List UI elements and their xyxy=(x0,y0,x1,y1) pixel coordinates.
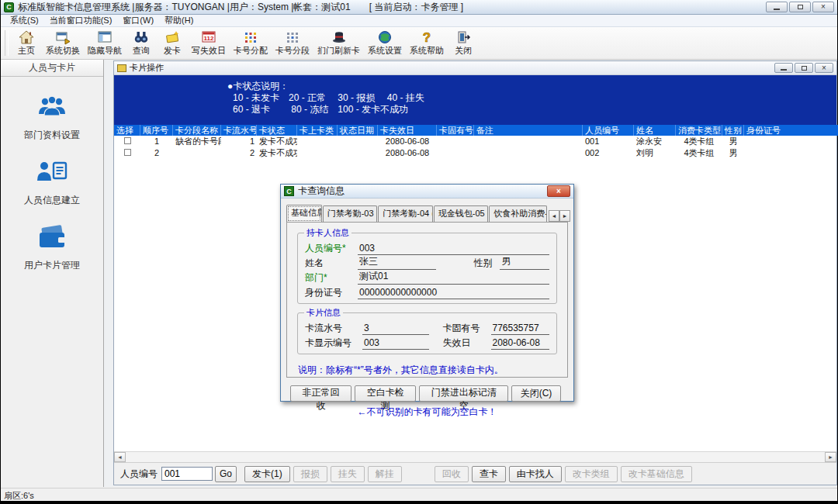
display-no-field-value[interactable]: 003 xyxy=(362,337,429,350)
child-minimize-button[interactable] xyxy=(774,63,793,73)
toolbar-button-1[interactable]: 系统切换 xyxy=(42,27,84,59)
scroll-left-icon[interactable]: ◄ xyxy=(114,452,126,462)
innate-field-value[interactable]: 776535757 xyxy=(491,323,550,335)
column-header-4[interactable]: 卡状态 xyxy=(257,125,297,136)
id-number-field-value[interactable]: 000000000000000 xyxy=(358,287,549,299)
dialog-tab-3[interactable]: 现金钱包-05 (5) xyxy=(434,205,489,222)
table-cell[interactable] xyxy=(114,136,140,147)
toolbar-button-3[interactable]: 查询 xyxy=(126,27,157,59)
dialog-button-2[interactable]: 门禁进出标记清空 xyxy=(419,385,508,402)
display-no-field-label: 卡显示编号 xyxy=(305,337,362,350)
toolbar-button-9[interactable]: 系统设置 xyxy=(364,27,406,59)
serial-field-value[interactable]: 3 xyxy=(362,323,429,335)
table-cell xyxy=(474,136,583,147)
sidebar: 人员与卡片 部门资料设置人员信息建立用户卡片管理 xyxy=(1,60,104,487)
menu-item-1[interactable]: 当前窗口功能(S) xyxy=(44,15,118,26)
personnel-icon xyxy=(1,159,103,189)
toolbar-button-5[interactable]: 112写失效日 xyxy=(188,27,230,59)
action-button-0[interactable]: 发卡(1) xyxy=(244,466,290,482)
main-titlebar: C 标准版智能卡信息管理系统 |服务器：TUYONGAN |用户：System … xyxy=(1,0,837,15)
menu-item-0[interactable]: 系统(S) xyxy=(5,15,44,26)
row-checkbox[interactable] xyxy=(124,149,131,156)
sidebar-item-0[interactable]: 部门资料设置 xyxy=(1,94,103,142)
person-id-field-value[interactable]: 003 xyxy=(358,243,549,255)
card-segment-icon xyxy=(284,29,301,45)
menu-item-3[interactable]: 帮助(H) xyxy=(159,15,199,26)
menu-item-2[interactable]: 窗口(W) xyxy=(117,15,159,26)
toolbar-button-10[interactable]: ?系统帮助 xyxy=(406,27,448,59)
action-button-5[interactable]: 查卡 xyxy=(472,466,506,482)
table-cell: 2080-06-08 xyxy=(378,147,437,159)
toolbar-button-label: 扪门刷新卡 xyxy=(317,45,360,57)
table-cell: 002 xyxy=(583,147,634,159)
table-cell[interactable] xyxy=(114,147,140,159)
toolbar-button-6[interactable]: 卡号分配 xyxy=(230,27,272,59)
child-restore-button[interactable] xyxy=(795,63,813,73)
column-header-8[interactable]: 卡固有号 xyxy=(437,125,474,136)
sidebar-item-1[interactable]: 人员信息建立 xyxy=(1,159,103,207)
gender-field-value[interactable]: 男 xyxy=(500,255,549,270)
column-header-2[interactable]: 卡分段名称 xyxy=(173,125,221,136)
minimize-button[interactable] xyxy=(766,2,788,12)
column-header-10[interactable]: 人员编号 xyxy=(583,125,634,136)
home-icon xyxy=(18,29,35,45)
dialog-button-1[interactable]: 空白卡检测 xyxy=(355,385,416,402)
toolbar-button-8[interactable]: 扪门刷新卡 xyxy=(313,27,364,59)
sidebar-item-2[interactable]: 用户卡片管理 xyxy=(1,224,103,272)
column-header-12[interactable]: 消费卡类型 xyxy=(676,125,722,136)
column-header-14[interactable]: 身份证号 xyxy=(744,125,838,136)
toolbar-button-7[interactable]: 卡号分段 xyxy=(272,27,313,59)
id-number-field-label: 身份证号 xyxy=(305,286,358,299)
dialog-tab-4[interactable]: 饮食补助消费-06 xyxy=(489,205,547,222)
toolbar-button-2[interactable]: 隐藏导航 xyxy=(84,27,126,59)
dept-field-value[interactable]: 测试01 xyxy=(358,270,549,285)
row-checkbox[interactable] xyxy=(124,137,131,144)
action-button-6[interactable]: 由卡找人 xyxy=(509,466,562,482)
child-close-button[interactable]: × xyxy=(815,63,833,73)
toolbar-button-4[interactable]: 发卡 xyxy=(157,27,188,59)
tab-scroll-right-icon[interactable]: ► xyxy=(559,210,570,222)
column-header-0[interactable]: 选择 xyxy=(114,125,140,136)
scroll-right-icon[interactable]: ► xyxy=(825,452,836,462)
person-id-field-label: 人员编号* xyxy=(305,242,358,255)
column-header-3[interactable]: 卡流水号 xyxy=(221,125,257,136)
column-header-6[interactable]: 状态日期 xyxy=(338,125,378,136)
table-row[interactable]: 1缺省的卡号段(E1发卡不成功2080-06-08001涂永安4类卡组男 xyxy=(114,136,838,147)
dialog-button-0[interactable]: 非正常回收 xyxy=(290,385,351,402)
expiry-field-value[interactable]: 2080-06-08 xyxy=(491,337,550,350)
table-cell: 4类卡组 xyxy=(676,136,722,147)
table-cell xyxy=(474,147,583,159)
dialog-tab-1[interactable]: 门禁考勤-03 (3) xyxy=(323,205,378,222)
app-icon: C xyxy=(4,2,14,12)
name-field-value[interactable]: 张三 xyxy=(358,255,436,270)
legend-line2: 60 - 退卡 80 - 冻结 100 - 发卡不成功 xyxy=(227,104,836,116)
column-header-7[interactable]: 卡失效日 xyxy=(378,125,437,136)
dialog-close-icon[interactable]: × xyxy=(547,185,570,197)
card-info-group: 卡片信息 卡流水号 3 卡固有号 776535757 卡显示编号 003 失效日… xyxy=(297,312,557,354)
search-icon xyxy=(133,29,150,45)
person-id-input[interactable] xyxy=(161,467,213,481)
dialog-tab-0[interactable]: 基础信息 xyxy=(286,205,322,223)
dialog-close-button[interactable]: 关闭(C) xyxy=(511,385,561,402)
column-header-11[interactable]: 姓名 xyxy=(634,125,676,136)
column-header-1[interactable]: 顺序号 xyxy=(140,125,173,136)
column-header-9[interactable]: 备注 xyxy=(474,125,583,136)
dialog-note: 说明：除标有“*”号者外，其它信息直接读自卡内。 xyxy=(298,364,556,377)
window-title: 标准版智能卡信息管理系统 |服务器：TUYONGAN |用户：System |帐… xyxy=(18,1,766,14)
close-button[interactable]: × xyxy=(812,2,834,12)
restore-button[interactable] xyxy=(789,2,811,12)
horizontal-scrollbar[interactable]: ◄ ► xyxy=(114,451,836,462)
toolbar-button-11[interactable]: 关闭 xyxy=(448,27,479,59)
table-row[interactable]: 22发卡不成功2080-06-08002刘明4类卡组男 xyxy=(114,147,838,159)
dialog-hint: ←不可识别的卡有可能为空白卡！ xyxy=(281,406,573,419)
person-id-label: 人员编号 xyxy=(120,468,158,481)
holder-group-title: 持卡人信息 xyxy=(304,227,351,239)
table-cell xyxy=(437,147,474,159)
dialog-tab-2[interactable]: 门禁考勤-04 (4) xyxy=(378,205,433,222)
go-button[interactable]: Go xyxy=(215,466,237,482)
card-status-legend: ●卡状态说明： 10 - 未发卡 20 - 正常 30 - 报损 40 - 挂失… xyxy=(114,75,836,125)
tab-scroll-left-icon[interactable]: ◄ xyxy=(549,210,559,222)
column-header-5[interactable]: 卡上卡类 xyxy=(297,125,338,136)
column-header-13[interactable]: 性别 xyxy=(722,125,744,136)
toolbar-button-0[interactable]: 主页 xyxy=(11,27,42,59)
